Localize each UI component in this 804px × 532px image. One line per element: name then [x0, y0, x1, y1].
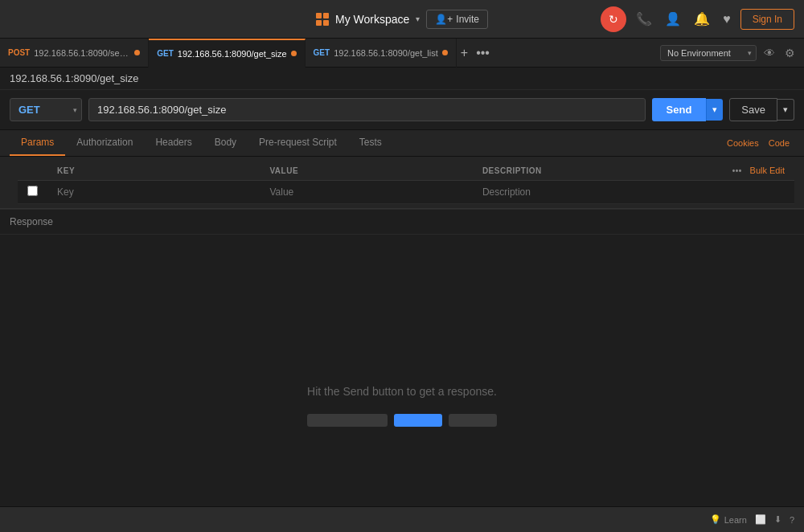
params-table-container: KEY VALUE DESCRIPTION ••• Bulk Edit [0, 157, 804, 209]
tab-method-label: GET [157, 49, 174, 58]
sync-icon: ↻ [609, 13, 618, 26]
col-value-header: VALUE [260, 161, 472, 181]
bottom-bar: 💡 Learn ⬜ ⬇ ? [0, 506, 804, 532]
environment-section: No Environment ▾ 👁 ⚙ [654, 44, 804, 62]
bulk-edit-button[interactable]: Bulk Edit [750, 166, 785, 175]
url-input[interactable] [88, 98, 646, 121]
tab-get-get-list[interactable]: GET 192.168.56.1:8090/get_list [306, 39, 457, 68]
address-row: GET POST PUT DELETE PATCH HEAD OPTIONS ▾… [0, 90, 804, 130]
more-tabs-button[interactable]: ••• [472, 44, 494, 62]
col-key-header: KEY [47, 161, 260, 181]
invite-label: Invite [456, 14, 479, 25]
restore-icon: ⬜ [755, 514, 766, 525]
invite-button[interactable]: 👤+ Invite [426, 10, 488, 29]
learn-label: Learn [724, 515, 747, 525]
tab-body[interactable]: Body [203, 130, 248, 156]
key-input[interactable] [57, 186, 250, 198]
row-description-cell [473, 181, 685, 204]
tab-url-label: 192.168.56.1:8090/get_size [178, 49, 287, 59]
restore-button[interactable]: ⬜ [755, 514, 766, 525]
bell-icon: 🔔 [694, 11, 710, 27]
workspace-name: My Workspace [335, 13, 409, 26]
response-body: Hit the Send button to get a response. [0, 234, 804, 532]
row-checkbox-cell [18, 181, 47, 204]
add-tab-button[interactable]: + [457, 44, 472, 62]
tab-modified-dot [134, 50, 140, 55]
phone-icon: 📞 [636, 11, 652, 27]
response-empty-state: Hit the Send button to get a response. [0, 235, 804, 532]
tab-method-label: GET [314, 48, 330, 57]
send-chevron-button[interactable]: ▾ [706, 99, 723, 121]
environment-select[interactable]: No Environment [660, 45, 757, 61]
send-dropdown-icon: ▾ [712, 104, 717, 114]
response-action-buttons [307, 414, 497, 427]
user-icon: 👤 [665, 11, 681, 27]
response-placeholder-btn-1[interactable] [307, 414, 388, 427]
workspace-section: My Workspace ▾ 👤+ Invite [271, 10, 532, 29]
response-placeholder-btn-3[interactable] [449, 414, 497, 427]
response-empty-message: Hit the Send button to get a response. [307, 385, 497, 398]
tab-method-label: POST [8, 48, 30, 57]
table-row [18, 181, 794, 204]
phone-icon-button[interactable]: 📞 [633, 8, 655, 30]
send-button-wrapper: Send ▾ [652, 98, 724, 121]
tabs-env-row: POST 192.168.56.1:8090/send_from_ GET 19… [0, 39, 804, 68]
table-header-row: KEY VALUE DESCRIPTION ••• Bulk Edit [18, 161, 794, 181]
method-select-wrapper: GET POST PUT DELETE PATCH HEAD OPTIONS ▾ [10, 98, 82, 121]
invite-user-icon: 👤+ [435, 14, 453, 25]
heart-icon: ♥ [723, 12, 731, 27]
three-dots-button[interactable]: ••• [732, 166, 742, 175]
tab-pre-request-script[interactable]: Pre-request Script [248, 130, 348, 156]
tab-url-label: 192.168.56.1:8090/send_from_ [34, 48, 130, 58]
request-tabs: Params Authorization Headers Body Pre-re… [0, 130, 804, 157]
workspace-chevron-icon: ▾ [416, 14, 420, 23]
cookies-link[interactable]: Cookies [722, 135, 764, 151]
workspace-icon [316, 13, 329, 26]
sync-button[interactable]: ↻ [601, 6, 626, 32]
download-icon: ⬇ [774, 514, 781, 525]
save-chevron-button[interactable]: ▾ [777, 99, 794, 121]
tab-tests[interactable]: Tests [348, 130, 393, 156]
user-icon-button[interactable]: 👤 [662, 8, 684, 30]
download-button[interactable]: ⬇ [774, 514, 781, 525]
heart-icon-button[interactable]: ♥ [720, 9, 734, 30]
learn-icon: 💡 [710, 514, 721, 525]
env-settings-button[interactable]: ⚙ [782, 44, 798, 62]
response-label: Response [10, 216, 53, 227]
sign-in-button[interactable]: Sign In [740, 9, 794, 30]
row-checkbox[interactable] [27, 186, 38, 196]
tab-headers[interactable]: Headers [144, 130, 203, 156]
response-placeholder-btn-2[interactable] [394, 414, 442, 427]
params-table: KEY VALUE DESCRIPTION ••• Bulk Edit [18, 161, 794, 204]
table-header-actions: KEY VALUE DESCRIPTION ••• Bulk Edit [0, 157, 804, 209]
tab-get-get-size[interactable]: GET 192.168.56.1:8090/get_size [149, 39, 305, 68]
save-button[interactable]: Save [729, 98, 777, 121]
col-actions-header: ••• Bulk Edit [685, 161, 794, 181]
gear-icon: ⚙ [785, 47, 795, 59]
help-button[interactable]: ? [790, 515, 794, 525]
env-preview-button[interactable]: 👁 [761, 44, 777, 62]
tab-modified-dot [291, 51, 297, 56]
tab-modified-dot [442, 50, 448, 55]
response-section-label: Response [0, 209, 804, 234]
row-actions-cell [685, 181, 794, 204]
description-input[interactable] [482, 186, 675, 198]
tab-post-send-from[interactable]: POST 192.168.56.1:8090/send_from_ [0, 39, 149, 68]
row-value-cell [260, 181, 472, 204]
learn-link[interactable]: 💡 Learn [710, 514, 747, 525]
value-input[interactable] [269, 186, 462, 198]
method-select[interactable]: GET POST PUT DELETE PATCH HEAD OPTIONS [10, 98, 82, 121]
save-dropdown-icon: ▾ [783, 104, 788, 114]
tab-url-label: 192.168.56.1:8090/get_list [334, 48, 438, 58]
bell-icon-button[interactable]: 🔔 [691, 8, 713, 30]
col-description-header: DESCRIPTION [473, 161, 685, 181]
code-link[interactable]: Code [764, 135, 794, 151]
tab-authorization[interactable]: Authorization [65, 130, 144, 156]
help-icon: ? [790, 515, 794, 525]
send-button[interactable]: Send [652, 98, 707, 121]
save-button-wrapper: Save ▾ [729, 98, 794, 121]
request-title: 192.168.56.1:8090/get_size [0, 68, 804, 90]
main-content: 192.168.56.1:8090/get_size GET POST PUT … [0, 68, 804, 532]
tab-params[interactable]: Params [10, 130, 65, 156]
tabs-section: POST 192.168.56.1:8090/send_from_ GET 19… [0, 39, 654, 68]
